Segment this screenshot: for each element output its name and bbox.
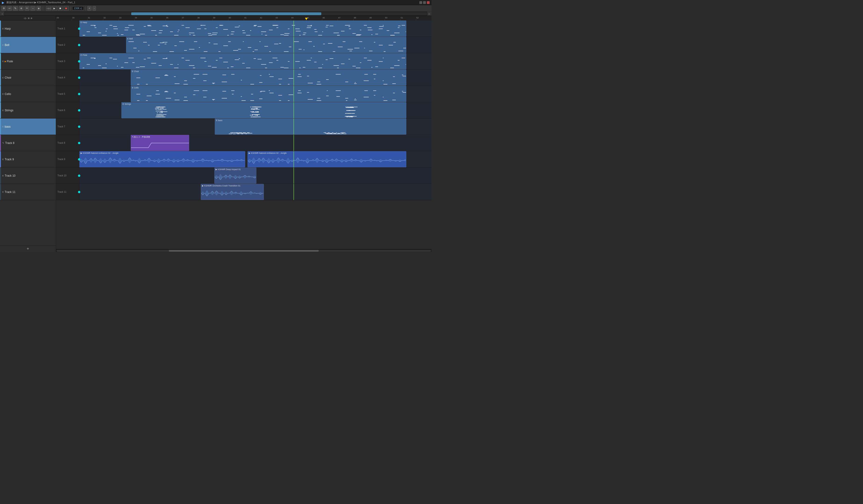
midi-block-6-0[interactable]: E Strings [122, 102, 406, 118]
midi-block-2-0[interactable]: E Bell [126, 37, 406, 53]
bottom-scroll-thumb[interactable] [169, 250, 319, 252]
track-type-icon: E [2, 175, 4, 177]
track-label-11: Track 11 [56, 184, 79, 200]
scroll-right-btn[interactable]: ▷ [427, 12, 432, 16]
sidebar-track-strings[interactable]: EStrings [0, 102, 56, 118]
transport-record[interactable]: ⏺ [63, 6, 68, 11]
track-row-1: Track 1E Harp [56, 21, 432, 37]
ruler-tick-label: 42 [260, 16, 262, 19]
midi-block-7-0[interactable]: E bass [215, 118, 406, 134]
track-color-bar [0, 118, 1, 134]
sidebar-track-track-9[interactable]: ETrack 9 [0, 151, 56, 168]
sidebar-track-bell[interactable]: EBell [0, 37, 56, 53]
ruler-tick-label: 37 [182, 16, 184, 19]
ruler-numbers: 2930313233343536373839404142434445464748… [56, 16, 432, 21]
scroll-thumb[interactable] [131, 12, 321, 15]
ruler-btn-zoom[interactable]: ⊕ [30, 17, 33, 20]
midi-block-10-0[interactable]: ▶ KSHMR Deep Impact 01 [214, 168, 257, 184]
sidebar-track-track-8[interactable]: ✎Track 8 [0, 135, 56, 151]
track-row-8: Track 8✎插入 2 - 声像调整 [56, 135, 432, 151]
track-content-10[interactable]: ▶ KSHMR Deep Impact 01 [79, 168, 432, 184]
bpm-value: 2:XX ◁ [74, 7, 82, 10]
sidebar-track-cello[interactable]: ECello [0, 86, 56, 102]
bottom-scrollbar[interactable] [56, 249, 432, 252]
track-content-9[interactable]: ▶ KSHMR Natural Ambiance 02 - Jungle▶ KS… [79, 151, 432, 167]
midi-block-3-0[interactable]: E Flute [79, 53, 406, 69]
sidebar-track-track-10[interactable]: ETrack 10 [0, 168, 56, 184]
midi-notes-canvas [79, 57, 406, 69]
sidebar-track-harp[interactable]: EHarp [0, 21, 56, 37]
toolbar-sep-2 [70, 6, 71, 11]
ruler-row: ◁▷ ⊞ ⊕ 293031323334353637383940414243444… [0, 16, 432, 21]
block-label: E Bell [127, 38, 133, 40]
bpm-display: 2:XX ◁ [72, 6, 84, 10]
ruler-tick-label: 40 [229, 16, 231, 19]
track-send-dot [78, 60, 80, 63]
midi-block-1-0[interactable]: E Harp [79, 21, 406, 37]
block-label: ✎插入 2 - 声像调整 [132, 135, 150, 139]
ruler-btn-snap[interactable]: ⊞ [28, 17, 30, 20]
waveform-canvas [248, 155, 406, 166]
maximize-button[interactable] [423, 1, 426, 4]
tool-btn-1[interactable]: ⚙ [1, 6, 6, 11]
transport-stop[interactable]: ⏹ [58, 6, 63, 11]
track-content-8[interactable]: ✎插入 2 - 声像调整 [79, 135, 432, 151]
track-row-10: Track 10▶ KSHMR Deep Impact 01 [56, 168, 432, 184]
ruler-btn-loop[interactable]: ◁▷ [24, 17, 27, 20]
track-send-dot [78, 126, 80, 128]
track-color-bar [0, 69, 1, 86]
track-type-icon: ✎ [2, 142, 4, 144]
track-color-bar [0, 184, 1, 200]
midi-block-5-0[interactable]: E Cello [131, 86, 406, 102]
track-content-3[interactable]: E Flute [79, 53, 432, 69]
block-label: ▶ KSHMR Natural Ambiance 02 - Jungle [80, 152, 118, 154]
all-tracks-container: Track 1E HarpTrack 2E BellTrack 3E Flute… [56, 21, 432, 249]
transport-area: ◁◁ ▶ ⏹ ⏺ [46, 6, 68, 11]
zoom-in[interactable]: + [87, 6, 91, 11]
block-label: E Flute [80, 54, 87, 56]
scroll-left-btn[interactable]: ◁ [0, 12, 4, 16]
ruler-tick-label: 47 [338, 16, 340, 19]
transport-rewind[interactable]: ◁◁ [46, 6, 51, 11]
block-label: ▶ KSHMR Orchestra Crash Transition 01 [202, 184, 240, 187]
track-content-11[interactable]: ▶ KSHMR Orchestra Crash Transition 01 [79, 184, 432, 200]
midi-block-8-0[interactable]: ✎插入 2 - 声像调整 [131, 135, 189, 151]
automation-canvas [131, 138, 189, 150]
track-content-4[interactable]: E Choir [79, 69, 432, 86]
block-label: E Cello [132, 87, 139, 89]
sidebar-track-name: Cello [5, 92, 11, 96]
tool-btn-arrow[interactable]: ↔ [30, 6, 36, 11]
block-label: ▶ KSHMR Natural Ambiance 02 - Jungle [249, 152, 287, 154]
midi-block-4-0[interactable]: E Choir [131, 69, 406, 86]
top-scrollbar[interactable]: ◁ ▷ [0, 12, 432, 16]
track-color-bar [0, 151, 1, 167]
tool-btn-draw[interactable]: ✎ [13, 6, 18, 11]
sidebar-track-bass[interactable]: Ebass [0, 118, 56, 135]
ruler-tick-label: 34 [135, 16, 137, 19]
green-position-line [293, 184, 294, 200]
sidebar-track-name: Flute [7, 60, 13, 63]
minimize-button[interactable] [420, 1, 422, 4]
track-content-1[interactable]: E Harp [79, 21, 432, 37]
sidebar-track-track-11[interactable]: ETrack 11 [0, 184, 56, 200]
title-bar: ▶ 播放列表 - Arrangement ▶ KSHMR_Tambourine_… [0, 0, 432, 5]
midi-block-9-0[interactable]: ▶ KSHMR Natural Ambiance 02 - Jungle [79, 151, 245, 167]
close-button[interactable] [427, 1, 430, 4]
track-content-7[interactable]: E bass [79, 118, 432, 134]
tool-btn-scissors[interactable]: ✂ [25, 6, 29, 11]
transport-play[interactable]: ▶ [52, 6, 57, 11]
track-content-6[interactable]: E Strings [79, 102, 432, 118]
track-label-5: Track 5 [56, 86, 79, 102]
tool-btn-select[interactable]: ⊕ [19, 6, 24, 11]
sidebar-track-choir[interactable]: EChoir [0, 69, 56, 86]
tool-btn-mute[interactable]: ◈ [36, 6, 41, 11]
track-content-5[interactable]: E Cello [79, 86, 432, 102]
add-track-button[interactable]: + [0, 245, 56, 252]
midi-block-9-1[interactable]: ▶ KSHMR Natural Ambiance 02 - Jungle [248, 151, 406, 167]
track-content-2[interactable]: E Bell [79, 37, 432, 53]
tool-btn-2[interactable]: ↩ [7, 6, 12, 11]
zoom-out[interactable]: - [92, 6, 96, 11]
sidebar-track-flute[interactable]: E▶Flute [0, 53, 56, 69]
ruler-tick-label: 35 [150, 16, 153, 19]
midi-block-11-0[interactable]: ▶ KSHMR Orchestra Crash Transition 01 [201, 184, 264, 200]
